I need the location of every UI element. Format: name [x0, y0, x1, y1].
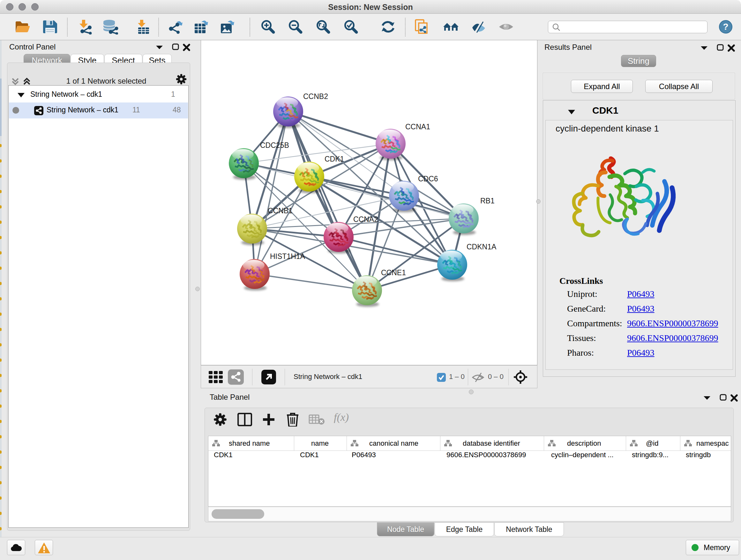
svg-text:HIST1H1A: HIST1H1A [270, 252, 306, 260]
svg-text:RB1: RB1 [480, 197, 495, 205]
svg-text:CDC6: CDC6 [418, 175, 438, 183]
svg-text:CCNB1: CCNB1 [268, 206, 293, 215]
svg-text:CDC25B: CDC25B [260, 141, 289, 149]
svg-text:CDKN1A: CDKN1A [467, 243, 496, 251]
svg-text:CDK1: CDK1 [325, 155, 344, 163]
svg-text:CCNB2: CCNB2 [303, 92, 328, 101]
svg-text:CCNE1: CCNE1 [381, 268, 406, 277]
svg-text:CCNA1: CCNA1 [405, 123, 430, 131]
svg-text:CCNA2: CCNA2 [353, 215, 378, 224]
svg-text:?: ? [723, 22, 728, 32]
